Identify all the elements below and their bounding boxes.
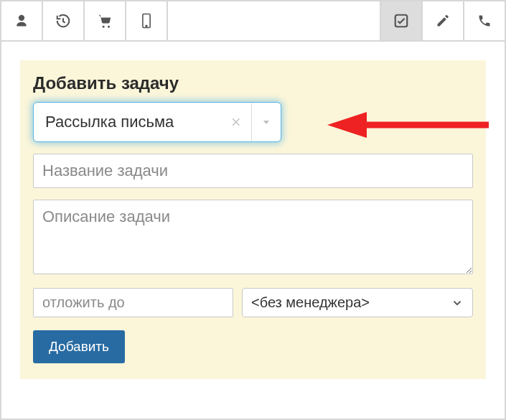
caret-down-icon [262,118,271,126]
toolbar-history-button[interactable] [43,1,85,40]
mobile-icon [140,13,153,29]
toolbar-edit-tab[interactable] [421,1,463,40]
svg-point-3 [146,25,147,27]
user-icon [14,14,29,28]
svg-point-1 [108,26,110,28]
annotation-arrow-icon [327,111,492,139]
close-icon [230,116,242,128]
edit-icon [436,14,450,28]
toolbar-user-button[interactable] [1,1,43,40]
check-icon [393,13,409,29]
chevron-down-icon [451,297,464,309]
phone-icon [477,14,492,28]
toolbar-cart-button[interactable] [85,1,126,40]
task-type-clear-button[interactable] [220,103,252,141]
manager-select[interactable]: <без менеджера> [242,288,473,317]
toolbar-left-group [1,1,168,40]
toolbar-phone-tab[interactable] [463,1,505,40]
task-type-row: Рассылка письма [33,102,473,142]
toolbar-spacer [168,1,380,40]
panel-title: Добавить задачу [33,73,473,93]
top-toolbar [1,0,505,42]
cart-icon [97,13,113,29]
toolbar-mobile-button[interactable] [126,1,168,40]
add-button[interactable]: Добавить [33,330,125,363]
bottom-row: <без менеджера> [33,288,473,317]
task-type-dropdown-button[interactable] [252,103,281,141]
toolbar-right-group [380,1,505,40]
content-stage: Добавить задачу Рассылка письма [1,42,505,379]
task-type-select[interactable]: Рассылка письма [33,102,281,142]
task-type-value: Рассылка письма [34,103,220,141]
task-description-textarea[interactable] [33,200,473,274]
manager-selected-value: <без менеджера> [251,294,370,311]
svg-marker-6 [327,112,367,138]
app-frame: Добавить задачу Рассылка письма [0,0,506,420]
defer-until-input[interactable] [33,288,233,317]
history-icon [55,13,71,29]
task-name-input[interactable] [33,154,473,188]
add-task-panel: Добавить задачу Рассылка письма [20,60,486,379]
svg-point-0 [103,26,105,28]
toolbar-tasks-tab[interactable] [380,1,421,40]
